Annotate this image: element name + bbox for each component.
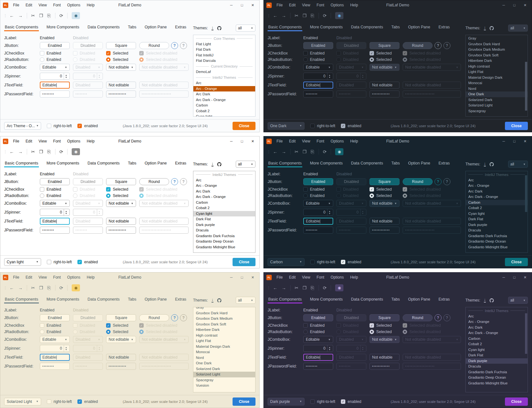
theme-list-item[interactable]: Hiberbee Dark <box>193 327 255 333</box>
tab-option-pane[interactable]: Option Pane <box>144 23 168 31</box>
tab-tabs[interactable]: Tabs <box>391 295 400 303</box>
theme-list-item[interactable]: High contrast <box>193 333 255 339</box>
help-button[interactable]: ? <box>435 178 442 185</box>
close-button[interactable]: Close <box>505 258 528 266</box>
close-window-button[interactable]: ✕ <box>524 139 527 143</box>
menu-edit[interactable]: Edit <box>289 3 296 7</box>
github-icon[interactable] <box>217 162 222 167</box>
theme-list-item[interactable]: Gruvbox Dark Soft <box>466 53 528 58</box>
themes-filter-combobox[interactable]: all▼ <box>508 161 528 168</box>
theme-list-item[interactable]: Dark purple <box>466 222 528 228</box>
maximize-button[interactable]: □ <box>513 139 515 143</box>
spinner-enabled[interactable]: 0▲▼ <box>303 73 333 80</box>
tab-tabs[interactable]: Tabs <box>391 159 400 167</box>
cut-icon[interactable]: ✂ <box>295 149 298 154</box>
tab-tabs[interactable]: Tabs <box>127 159 137 167</box>
theme-list-item[interactable]: Dark purple <box>193 222 255 228</box>
checkbox-selected[interactable]: Selected <box>370 187 401 192</box>
minimize-button[interactable]: ─ <box>502 139 505 143</box>
theme-list-item[interactable]: Arc Dark - Orange <box>193 97 255 103</box>
minimize-button[interactable]: ─ <box>230 3 233 7</box>
textfield-editable[interactable]: Editable <box>303 218 333 225</box>
paste-icon[interactable]: ⎘ <box>311 13 314 18</box>
cut-icon[interactable]: ✂ <box>31 149 35 154</box>
theme-list-item[interactable]: Light Flat <box>466 69 528 75</box>
menu-font[interactable]: Font <box>317 3 324 7</box>
forward-arrow-icon[interactable]: → <box>18 149 23 154</box>
theme-list-item[interactable]: Dark purple <box>466 358 528 364</box>
radio-selected[interactable]: Selected <box>106 193 137 198</box>
jbutton-square-button[interactable]: Square <box>370 314 399 321</box>
tab-data-components[interactable]: Data Components <box>350 295 384 303</box>
copy-icon[interactable]: ❐ <box>39 13 43 18</box>
jbutton-square-button[interactable]: Square <box>106 42 136 49</box>
toolbar-grip[interactable]: ⋮ <box>4 286 7 290</box>
spinner-arrows-icon[interactable]: ▲▼ <box>64 73 67 79</box>
forward-arrow-icon[interactable]: → <box>282 13 286 18</box>
cut-icon[interactable]: ✂ <box>295 13 298 18</box>
menu-help[interactable]: Help <box>350 275 358 280</box>
jbutton-enabled-button[interactable]: Enabled <box>40 42 70 49</box>
menu-file[interactable]: File <box>13 275 19 280</box>
menu-file[interactable]: File <box>13 139 19 143</box>
theme-list-item[interactable]: Arc Dark - Orange <box>193 194 255 200</box>
theme-list-item[interactable]: Arc Dark <box>193 91 255 97</box>
combobox-editable[interactable]: Editable▼ <box>303 336 333 343</box>
tab-basic-components[interactable]: Basic Components <box>268 159 302 167</box>
checkbox-enabled[interactable]: Enabled <box>40 323 71 328</box>
menu-options[interactable]: Options <box>67 275 80 280</box>
forward-arrow-icon[interactable]: → <box>282 149 286 154</box>
menu-edit[interactable]: Edit <box>25 275 32 280</box>
theme-list-item[interactable]: Nord <box>466 86 528 92</box>
radio-selected[interactable]: Selected <box>370 57 401 62</box>
menu-file[interactable]: File <box>277 139 283 143</box>
theme-list-item[interactable]: Solarized Dark <box>193 366 255 372</box>
refresh-icon[interactable]: ⟳ <box>60 13 63 18</box>
menu-view[interactable]: View <box>39 139 47 143</box>
jbutton-round-button[interactable]: Round <box>403 178 433 185</box>
back-arrow-icon[interactable]: ← <box>273 149 277 154</box>
forward-arrow-icon[interactable]: → <box>18 13 23 18</box>
github-icon[interactable] <box>489 298 494 303</box>
theme-list-item[interactable]: Arc Dark <box>466 189 528 194</box>
download-icon[interactable]: ↓ <box>212 26 213 30</box>
combobox-not-editable[interactable]: Not editable▼ <box>370 200 399 207</box>
theme-list-item[interactable]: Spacegray <box>466 108 528 114</box>
download-icon[interactable]: ↓ <box>212 162 213 166</box>
combobox-editable[interactable]: Editable▼ <box>303 200 333 207</box>
eye-toggle-button[interactable]: ◉ <box>335 284 343 291</box>
help-button[interactable]: ? <box>171 42 178 49</box>
spinner-enabled[interactable]: 0▲▼ <box>40 345 70 352</box>
theme-list-item[interactable]: Arc Dark - Orange <box>466 330 528 336</box>
theme-list-item[interactable]: Gradianto Midnight Blue <box>193 244 255 250</box>
toolbar-grip[interactable]: ⋮ <box>4 150 7 154</box>
github-icon[interactable] <box>489 26 494 31</box>
enabled-checkbox[interactable]: enabled <box>77 260 98 264</box>
theme-list-item[interactable]: Hiberbee Dark <box>466 58 528 64</box>
theme-list-item[interactable]: Gray <box>193 307 255 310</box>
theme-list-item[interactable]: Cobalt 2 <box>193 205 255 211</box>
refresh-icon[interactable]: ⟳ <box>323 13 327 18</box>
tab-data-components[interactable]: Data Components <box>87 159 120 167</box>
theme-list-item[interactable]: Gradianto Midnight Blue <box>466 381 528 386</box>
checkbox-enabled[interactable]: Enabled <box>40 187 71 192</box>
theme-list-item[interactable]: Dark Flat <box>466 216 528 222</box>
rtl-checkbox[interactable]: right-to-left <box>310 260 335 264</box>
menu-help[interactable]: Help <box>350 3 358 7</box>
textfield-editable[interactable]: Editable <box>303 354 333 361</box>
rtl-checkbox[interactable]: right-to-left <box>47 399 72 404</box>
themes-filter-combobox[interactable]: all▼ <box>508 297 528 304</box>
theme-combobox[interactable]: Dark purple▼ <box>268 398 305 405</box>
menu-font[interactable]: Font <box>53 275 61 280</box>
close-window-button[interactable]: ✕ <box>524 3 527 7</box>
checkbox-selected[interactable]: Selected <box>106 323 137 328</box>
spinner-enabled[interactable]: 0▲▼ <box>303 209 333 216</box>
spinner-arrows-icon[interactable]: ▲▼ <box>327 73 331 79</box>
passwordfield-editable[interactable]: •••••••• <box>303 227 333 234</box>
tab-option-pane[interactable]: Option Pane <box>144 295 168 303</box>
theme-list-item[interactable]: Gradianto Deep Ocean <box>466 375 528 381</box>
toolbar-grip[interactable]: ⋮ <box>267 14 270 18</box>
theme-combobox[interactable]: One Dark▼ <box>268 122 305 130</box>
theme-list-item[interactable]: Gruvbox Dark Soft <box>193 322 255 327</box>
enabled-checkbox[interactable]: enabled <box>77 124 98 128</box>
